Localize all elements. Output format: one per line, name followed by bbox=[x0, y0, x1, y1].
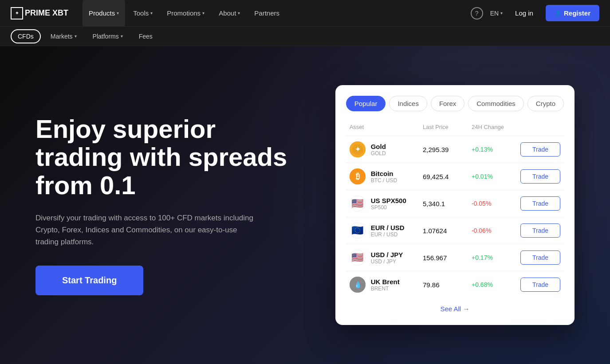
price-sp500: 5,340.1 bbox=[423, 200, 472, 207]
table-row: ₿ Bitcoin BTC / USD 69,425.4 +0.01% Trad… bbox=[346, 163, 564, 190]
chevron-down-icon: ▾ bbox=[117, 11, 119, 16]
asset-name-bitcoin: Bitcoin bbox=[371, 170, 397, 177]
nav-item-products[interactable]: Products ▾ bbox=[83, 0, 125, 27]
table-row: 💧 UK Brent BRENT 79.86 +0.68% Trade bbox=[346, 271, 564, 298]
asset-icon-bitcoin: ₿ bbox=[350, 168, 366, 184]
price-eurusd: 1.07624 bbox=[423, 227, 472, 235]
tab-commodities[interactable]: Commodities bbox=[468, 96, 524, 111]
asset-symbol-gold: GOLD bbox=[371, 150, 386, 157]
nav-item-partners[interactable]: Partners bbox=[248, 0, 286, 27]
asset-name-gold: Gold bbox=[371, 143, 386, 150]
tab-popular[interactable]: Popular bbox=[346, 96, 386, 111]
asset-info-usdjpy: 🇺🇸 USD / JPY USD / JPY bbox=[350, 250, 423, 266]
asset-name-eurusd: EUR / USD bbox=[371, 224, 405, 231]
change-usdjpy: +0.17% bbox=[472, 254, 520, 261]
tab-forex[interactable]: Forex bbox=[431, 96, 464, 111]
asset-info-gold: ✦ Gold GOLD bbox=[350, 141, 423, 157]
table-row: 🇺🇸 USD / JPY USD / JPY 156.967 +0.17% Tr… bbox=[346, 244, 564, 271]
subnav-item-markets[interactable]: Markets ▾ bbox=[44, 29, 83, 43]
chevron-down-icon: ▾ bbox=[150, 11, 153, 16]
top-nav: ✦ PRIME XBT Products ▾ Tools ▾ Promotion… bbox=[0, 0, 610, 27]
asset-icon-brent: 💧 bbox=[350, 277, 366, 293]
language-selector[interactable]: EN ▾ bbox=[490, 10, 503, 17]
price-bitcoin: 69,425.4 bbox=[423, 173, 472, 180]
trade-button-gold[interactable]: Trade bbox=[520, 142, 560, 157]
nav-item-tools[interactable]: Tools ▾ bbox=[127, 0, 159, 27]
change-eurusd: -0.06% bbox=[472, 227, 520, 234]
subnav-item-fees[interactable]: Fees bbox=[133, 29, 159, 43]
asset-info-brent: 💧 UK Brent BRENT bbox=[350, 277, 423, 293]
asset-symbol-usdjpy: USD / JPY bbox=[371, 258, 403, 265]
asset-symbol-sp500: SP500 bbox=[371, 204, 406, 211]
asset-name-usdjpy: USD / JPY bbox=[371, 251, 403, 258]
asset-info-eurusd: 🇪🇺 EUR / USD EUR / USD bbox=[350, 223, 423, 239]
asset-icon-usdjpy: 🇺🇸 bbox=[350, 250, 366, 266]
nav-item-about[interactable]: About ▾ bbox=[213, 0, 246, 27]
chevron-down-icon: ▾ bbox=[121, 34, 123, 39]
hero-section: Enjoy superior trading with spreads from… bbox=[0, 46, 610, 364]
price-usdjpy: 156.967 bbox=[423, 254, 472, 262]
change-gold: +0.13% bbox=[472, 146, 520, 153]
logo-icon: ✦ bbox=[11, 7, 23, 20]
col-last-price: Last Price bbox=[423, 124, 472, 130]
svg-text:✦: ✦ bbox=[354, 145, 360, 153]
tab-crypto[interactable]: Crypto bbox=[527, 96, 564, 111]
change-sp500: -0.05% bbox=[472, 200, 520, 207]
trading-card-container: Popular Indices Forex Commodities Crypto… bbox=[335, 85, 575, 325]
table-row: 🇺🇸 US SPX500 SP500 5,340.1 -0.05% Trade bbox=[346, 190, 564, 217]
trade-button-sp500[interactable]: Trade bbox=[520, 196, 560, 211]
asset-symbol-bitcoin: BTC / USD bbox=[371, 177, 397, 184]
asset-icon-sp500: 🇺🇸 bbox=[350, 196, 366, 211]
subnav-item-platforms[interactable]: Platforms ▾ bbox=[87, 29, 129, 43]
hero-left: Enjoy superior trading with spreads from… bbox=[35, 115, 302, 296]
trade-button-brent[interactable]: Trade bbox=[520, 278, 560, 292]
asset-symbol-eurusd: EUR / USD bbox=[371, 231, 405, 238]
trade-button-eurusd[interactable]: Trade bbox=[520, 223, 560, 238]
nav-items: Products ▾ Tools ▾ Promotions ▾ About ▾ … bbox=[83, 0, 471, 27]
asset-name-sp500: US SPX500 bbox=[371, 197, 406, 204]
chevron-down-icon: ▾ bbox=[202, 11, 205, 16]
trade-button-bitcoin[interactable]: Trade bbox=[520, 169, 560, 184]
table-row: 🇪🇺 EUR / USD EUR / USD 1.07624 -0.06% Tr… bbox=[346, 217, 564, 244]
price-brent: 79.86 bbox=[423, 281, 472, 289]
col-asset: Asset bbox=[350, 124, 423, 130]
nav-right: ? EN ▾ Log in 👤 Register bbox=[471, 5, 599, 21]
table-header: Asset Last Price 24H Change bbox=[346, 120, 564, 134]
tab-indices[interactable]: Indices bbox=[389, 96, 427, 111]
nav-item-promotions[interactable]: Promotions ▾ bbox=[161, 0, 211, 27]
logo-text: PRIME XBT bbox=[25, 8, 68, 18]
asset-icon-gold: ✦ bbox=[350, 141, 366, 157]
chevron-down-icon: ▾ bbox=[500, 11, 503, 16]
register-icon: 👤 bbox=[555, 10, 561, 16]
chevron-down-icon: ▾ bbox=[75, 34, 77, 39]
start-trading-button[interactable]: Start Trading bbox=[35, 266, 143, 295]
table-row: ✦ Gold GOLD 2,295.39 +0.13% Trade bbox=[346, 136, 564, 163]
subnav-item-cfds[interactable]: CFDs bbox=[11, 29, 41, 43]
logo[interactable]: ✦ PRIME XBT bbox=[11, 7, 68, 20]
help-icon[interactable]: ? bbox=[471, 7, 483, 20]
trade-button-usdjpy[interactable]: Trade bbox=[520, 250, 560, 265]
asset-info-bitcoin: ₿ Bitcoin BTC / USD bbox=[350, 168, 423, 184]
change-brent: +0.68% bbox=[472, 281, 520, 288]
see-all-link[interactable]: See All → bbox=[346, 298, 564, 314]
svg-text:💧: 💧 bbox=[354, 281, 362, 289]
svg-text:₿: ₿ bbox=[355, 172, 359, 181]
register-button[interactable]: 👤 Register bbox=[546, 5, 599, 21]
price-gold: 2,295.39 bbox=[423, 146, 472, 153]
col-24h-change: 24H Change bbox=[472, 124, 520, 130]
asset-tabs: Popular Indices Forex Commodities Crypto bbox=[346, 96, 564, 111]
change-bitcoin: +0.01% bbox=[472, 173, 520, 180]
asset-icon-eurusd: 🇪🇺 bbox=[350, 223, 366, 239]
asset-info-sp500: 🇺🇸 US SPX500 SP500 bbox=[350, 196, 423, 211]
chevron-down-icon: ▾ bbox=[238, 11, 240, 16]
hero-description: Diversify your trading with access to 10… bbox=[35, 212, 257, 248]
trading-card: Popular Indices Forex Commodities Crypto… bbox=[335, 85, 575, 325]
sub-nav: CFDs Markets ▾ Platforms ▾ Fees bbox=[0, 27, 610, 46]
hero-title: Enjoy superior trading with spreads from… bbox=[35, 115, 302, 200]
asset-symbol-brent: BRENT bbox=[371, 286, 400, 292]
col-action bbox=[520, 124, 560, 130]
asset-name-brent: UK Brent bbox=[371, 278, 400, 286]
login-button[interactable]: Log in bbox=[510, 6, 539, 20]
